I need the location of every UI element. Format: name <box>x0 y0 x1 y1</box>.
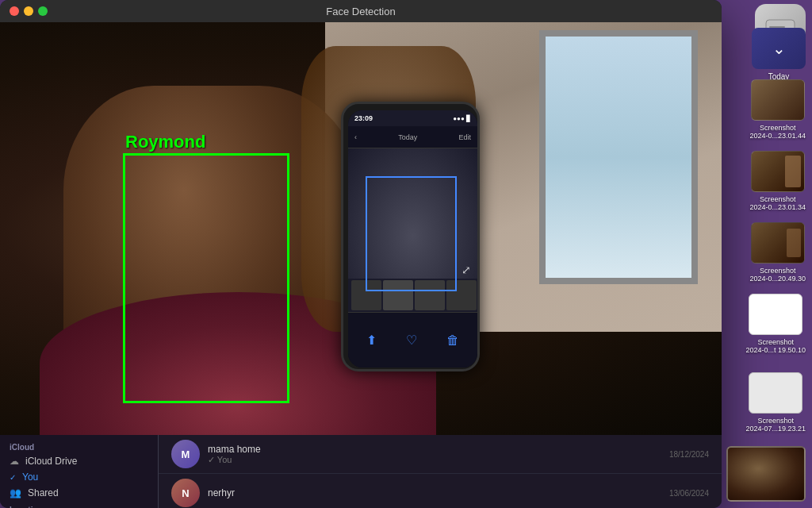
sidebar-item-you[interactable]: ✓ You <box>0 469 158 485</box>
message-date: 13/06/2024 <box>669 489 709 498</box>
traffic-lights <box>10 6 48 16</box>
phone-time: 23:09 <box>354 114 373 122</box>
phone-back-arrow: ‹ <box>354 133 357 141</box>
locations-section-label: Locations <box>0 501 158 508</box>
held-phone: 23:09 ●●● ▊ ‹ Today Edit <box>341 102 480 371</box>
share-icon[interactable]: ⬆ <box>366 333 377 348</box>
message-date: 18/12/2024 <box>669 450 709 459</box>
phone-bottom-bar: ⬆ ♡ 🗑 <box>348 312 477 368</box>
screenshot-thumb-1 <box>751 79 805 121</box>
minimize-button[interactable] <box>24 6 33 16</box>
avatar: M <box>171 440 200 468</box>
icloud-section-label: iCloud <box>0 441 158 453</box>
close-button[interactable] <box>10 6 19 16</box>
message-meta: 18/12/2024 <box>669 450 709 459</box>
main-window: Face Detection Roymond 23:09 ●●● ▊ <box>0 0 722 508</box>
sidebar-item-icloud-drive[interactable]: ☁ iCloud Drive <box>0 453 158 469</box>
window-title: Face Detection <box>326 6 395 17</box>
message-name: nerhyr <box>208 487 661 498</box>
screenshot-thumb-5 <box>749 372 802 414</box>
message-content: mama home ✓ You <box>208 444 661 465</box>
cloud-icon: ☁ <box>10 456 19 467</box>
desktop-icon-screenshot-5[interactable]: Screenshot2024-07...19.23.21 <box>745 372 806 433</box>
today-widget-box: ⌄ <box>752 28 806 69</box>
phone-header-title: Today <box>398 133 417 141</box>
screenshot-5-label: Screenshot2024-07...19.23.21 <box>745 417 806 433</box>
message-meta: 13/06/2024 <box>669 489 709 498</box>
heart-icon[interactable]: ♡ <box>406 333 417 348</box>
phone-status-bar: 23:09 ●●● ▊ <box>348 110 477 126</box>
desktop-right: macbook-pro ⌄ Today Screenshot2024-0...2… <box>722 0 812 508</box>
message-content: nerhyr <box>208 487 661 498</box>
title-bar: Face Detection <box>0 0 722 22</box>
desktop-icon-screenshot-2[interactable]: Screenshot2024-0...23.01.34 <box>749 151 806 211</box>
phone-face-detection-box <box>366 176 457 291</box>
face-detection-box-green: Roymond <box>123 153 289 403</box>
avatar: N <box>171 479 200 507</box>
desktop-icon-screenshot-4[interactable]: Screenshot2024-0...t 19.50.10 <box>745 294 806 354</box>
message-name: mama home <box>208 444 661 455</box>
camera-feed: Roymond 23:09 ●●● ▊ ‹ Today Edit <box>0 22 722 435</box>
chevron-down-icon: ⌄ <box>772 39 786 58</box>
screenshot-4-label: Screenshot2024-0...t 19.50.10 <box>745 338 806 354</box>
phone-header: ‹ Today Edit <box>348 126 477 148</box>
sidebar-icloud-drive-label: iCloud Drive <box>25 456 77 467</box>
screenshot-1-label: Screenshot2024-0...23.01.44 <box>749 124 806 140</box>
bottom-panel: iCloud ☁ iCloud Drive ✓ You 👥 Shared Loc… <box>0 435 722 508</box>
sidebar-you-label: You <box>22 471 38 483</box>
phone-edit-button[interactable]: Edit <box>458 133 471 141</box>
phone-screen: 23:09 ●●● ▊ ‹ Today Edit <box>348 110 477 368</box>
message-list: M mama home ✓ You 18/12/2024 N nerhyr 13… <box>159 435 722 508</box>
shared-icon: 👥 <box>10 487 21 498</box>
phone-status-icons: ●●● ▊ <box>453 115 471 122</box>
screenshot-thumb-3 <box>751 222 805 264</box>
room-window <box>539 30 698 284</box>
desktop-icon-screenshot-3[interactable]: Screenshot2024-0...20.49.30 <box>749 222 806 283</box>
screenshot-thumb-2 <box>751 151 805 192</box>
mini-preview-thumbnail[interactable] <box>726 446 806 502</box>
sidebar-shared-label: Shared <box>28 487 59 498</box>
expand-icon[interactable]: ⤢ <box>462 264 471 276</box>
screenshot-thumb-4 <box>749 294 802 335</box>
sidebar-item-shared[interactable]: 👥 Shared <box>0 485 158 501</box>
maximize-button[interactable] <box>38 6 48 16</box>
screenshot-3-label: Screenshot2024-0...20.49.30 <box>749 267 806 283</box>
sidebar: iCloud ☁ iCloud Drive ✓ You 👥 Shared Loc… <box>0 435 159 508</box>
face-label: Roymond <box>125 132 205 152</box>
message-row[interactable]: N nerhyr 13/06/2024 <box>159 474 722 508</box>
message-preview: ✓ You <box>208 455 661 465</box>
desktop-icon-today[interactable]: ⌄ Today <box>752 28 806 81</box>
checkmark-icon: ✓ <box>10 473 16 482</box>
delete-icon[interactable]: 🗑 <box>446 333 459 348</box>
screenshot-2-label: Screenshot2024-0...23.01.34 <box>749 195 806 211</box>
desktop-icon-screenshot-1[interactable]: Screenshot2024-0...23.01.44 <box>749 79 806 140</box>
message-row[interactable]: M mama home ✓ You 18/12/2024 <box>159 435 722 474</box>
